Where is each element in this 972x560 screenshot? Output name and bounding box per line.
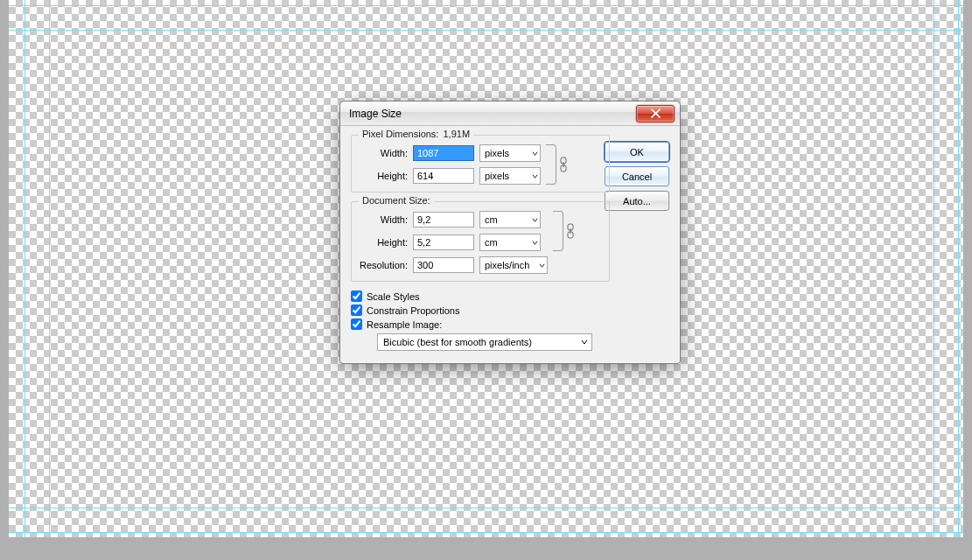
pixel-dimensions-group: Pixel Dimensions: 1,91M Width: pixels He… [351,135,610,192]
resample-image-label: Resample Image: [367,319,442,330]
px-width-unit-combo[interactable]: pixels [479,144,541,162]
resample-method-combo[interactable]: Bicubic (best for smooth gradients) [377,333,592,351]
doc-height-unit-combo[interactable]: cm [479,234,541,251]
px-width-input[interactable] [413,145,474,161]
resolution-unit: pixels/inch [485,260,529,270]
chevron-down-icon [532,173,538,179]
constrain-proportions-checkbox[interactable]: Constrain Proportions [351,304,669,316]
resolution-label: Resolution: [359,260,408,270]
px-height-unit-combo[interactable]: pixels [479,167,541,185]
ok-label: OK [630,147,644,158]
chevron-down-icon [532,150,538,157]
scale-styles-label: Scale Styles [367,291,420,302]
scale-styles-checkbox[interactable]: Scale Styles [351,290,669,302]
constrain-proportions-input[interactable] [351,304,362,316]
chain-link-icon[interactable] [558,156,569,173]
document-size-group: Document Size: Width: cm Height: [351,201,610,282]
chevron-down-icon [539,262,545,269]
constrain-proportions-label: Constrain Proportions [367,305,459,316]
doc-width-label: Width: [359,214,408,225]
guide-vertical[interactable] [934,0,934,537]
resolution-unit-combo[interactable]: pixels/inch [479,256,548,274]
guide-horizontal[interactable] [9,30,963,31]
ok-button[interactable]: OK [605,142,669,162]
resolution-input[interactable] [413,257,474,273]
px-width-unit: pixels [485,148,509,158]
guide-vertical[interactable] [49,0,50,537]
titlebar[interactable]: Image Size [340,102,680,126]
doc-width-unit: cm [485,214,498,225]
px-height-unit: pixels [485,171,509,181]
doc-width-input[interactable] [413,212,474,228]
doc-height-unit: cm [485,237,498,248]
guide-vertical[interactable] [24,0,25,537]
auto-label: Auto... [623,196,651,206]
close-button[interactable] [636,105,675,122]
guide-horizontal[interactable] [9,5,963,6]
doc-height-label: Height: [359,237,408,248]
guide-horizontal[interactable] [9,532,963,533]
chain-link-icon[interactable] [565,222,576,240]
chevron-down-icon [581,337,588,347]
cancel-button[interactable]: Cancel [605,166,669,186]
auto-button[interactable]: Auto... [605,191,669,211]
doc-height-input[interactable] [413,234,474,250]
guide-vertical[interactable] [958,0,959,537]
pixel-dimensions-legend: Pixel Dimensions: 1,91M [359,129,473,139]
chevron-down-icon [532,217,538,223]
resample-image-input[interactable] [351,318,362,330]
dialog-title: Image Size [349,108,402,120]
image-size-dialog: Image Size OK Cancel Auto... Pixel Dimen… [339,101,681,364]
guide-horizontal[interactable] [9,508,963,508]
px-height-label: Height: [359,171,408,181]
px-height-input[interactable] [413,168,474,184]
scale-styles-input[interactable] [351,290,362,302]
resample-image-checkbox[interactable]: Resample Image: [351,318,669,330]
link-bracket [546,144,556,185]
cancel-label: Cancel [622,172,652,182]
close-icon [651,108,661,118]
document-size-legend: Document Size: [359,195,434,206]
chevron-down-icon [532,240,538,246]
px-width-label: Width: [359,148,408,158]
doc-width-unit-combo[interactable]: cm [479,211,541,228]
link-bracket [553,211,563,251]
resample-method-value: Bicubic (best for smooth gradients) [383,337,532,347]
